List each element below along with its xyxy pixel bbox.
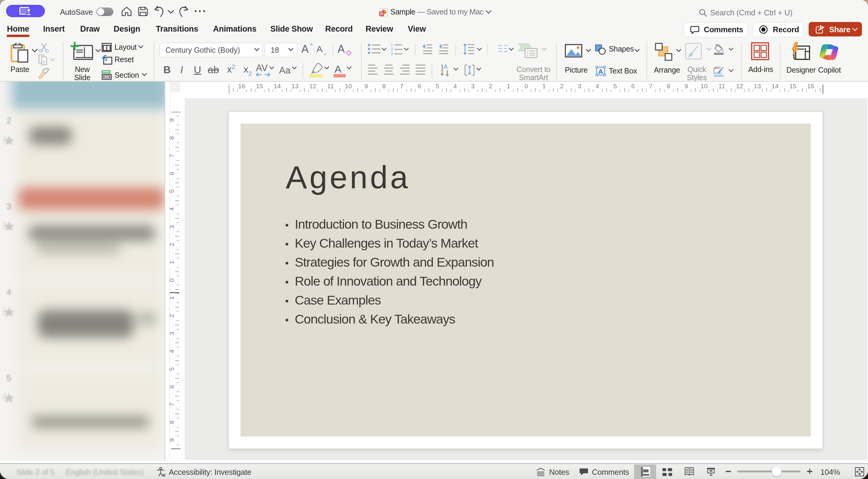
svg-text:2: 2 — [391, 47, 393, 52]
svg-text:A: A — [444, 64, 448, 70]
svg-text:P: P — [380, 12, 383, 16]
svg-text:A: A — [598, 68, 603, 75]
svg-text:1: 1 — [391, 43, 393, 47]
svg-text:3: 3 — [391, 52, 393, 56]
